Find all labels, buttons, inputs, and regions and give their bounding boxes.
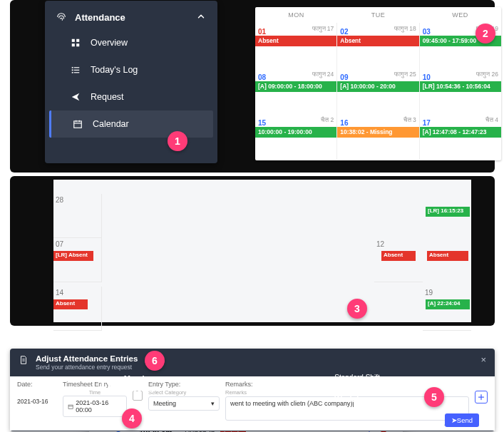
step-badge-1: 1	[168, 131, 187, 151]
date-label: Date:	[17, 381, 57, 388]
calendar-date: 08	[258, 73, 266, 81]
calendar-date: 09	[340, 73, 348, 81]
svg-rect-7	[74, 70, 80, 71]
calendar-subdate: फागुन 26	[476, 71, 498, 78]
calendar-date: 17	[423, 119, 431, 127]
calendar-subdate: फागुन 25	[394, 71, 416, 78]
calendar-input-icon	[68, 403, 73, 410]
panel-step-2: 28 [LR] 16:15:23 07 [LR] Absent 12 Absen…	[10, 176, 495, 326]
step-badge-3: 3	[347, 299, 367, 319]
bg-badge: Absent	[53, 299, 88, 309]
calendar-date: 16	[340, 119, 348, 127]
adjust-title: Adjust Attendance Entries	[36, 354, 138, 363]
chevron-up-icon	[196, 11, 207, 23]
adjust-subtitle: Send your attendance entry request	[36, 364, 138, 371]
bg-badge: Absent	[381, 251, 416, 261]
date-value: 2021-03-16	[17, 396, 57, 406]
sidebar-title: Attendance	[75, 12, 125, 23]
list-icon	[69, 63, 82, 76]
timesheet-time-input[interactable]: 2021-03-16 00:00	[63, 396, 127, 417]
close-icon[interactable]: ×	[480, 354, 486, 365]
svg-rect-8	[72, 72, 73, 73]
step-badge-4: 4	[122, 408, 142, 428]
svg-rect-4	[72, 67, 73, 68]
sidebar-item-todays-log[interactable]: Today's Log	[45, 56, 217, 83]
sidebar: Attendance Overview Today's Log Request	[45, 1, 217, 163]
sidebar-item-label: Request	[91, 92, 124, 102]
bg-badge: [LR] Absent	[53, 251, 93, 261]
calendar-date: 02	[340, 28, 348, 36]
svg-rect-9	[74, 72, 80, 73]
calendar-badge: 10:00:00 - 19:00:00	[255, 127, 336, 138]
calendar-badge: [LR] 10:54:36 - 10:56:04	[420, 81, 501, 92]
bg-cell: 28	[53, 194, 102, 238]
sidebar-item-label: Calendar	[93, 119, 129, 129]
chevron-down-icon: ▾	[211, 400, 215, 407]
calendar-cell[interactable]: 08फागुन 24[A] 09:00:00 - 18:00:00	[255, 68, 337, 114]
modal-shift-info: Standard Shift 10:38:02 - Missing Workda…	[334, 372, 393, 406]
modal-day-number: 16	[98, 374, 117, 394]
modal-month-weekday: MarchTuesday	[124, 374, 155, 394]
calendar-badge: 10:38:02 - Missing	[337, 127, 418, 138]
send-icon	[69, 91, 82, 103]
bg-badge: [LR] 16:15:23	[426, 207, 470, 217]
sidebar-item-label: Overview	[91, 38, 128, 48]
sidebar-item-calendar[interactable]: Calendar	[49, 110, 213, 138]
calendar-badge: [A] 10:00:00 - 20:00	[337, 81, 418, 92]
calendar-cell[interactable]: 16चैत 310:38:02 - Missing	[337, 114, 419, 160]
weekday-wed: WED	[419, 7, 501, 23]
sidebar-item-request[interactable]: Request	[45, 83, 217, 110]
sidebar-item-overview[interactable]: Overview	[45, 29, 217, 56]
calendar-badge: [A] 09:00:00 - 18:00:00	[255, 81, 336, 92]
calendar-cell[interactable]: 02फागुन 18Absent	[337, 23, 419, 68]
bg-badge: [A] 22:24:04	[426, 299, 470, 309]
calendar-icon	[71, 118, 84, 130]
adjust-header: Adjust Attendance Entries Send your atte…	[10, 349, 495, 376]
entry-type-select[interactable]: Meeting ▾	[148, 396, 220, 411]
calendar-date: 10	[423, 73, 431, 81]
sidebar-section-attendance[interactable]: Attendance	[45, 5, 217, 29]
step-badge-2: 2	[475, 24, 495, 43]
calendar-subdate: फागुन 17	[312, 25, 334, 33]
plus-icon	[477, 393, 485, 401]
calendar-date: 15	[258, 119, 266, 127]
calendar-cell[interactable]: 09फागुन 25[A] 10:00:00 - 20:00	[337, 68, 419, 114]
send-button[interactable]: ➤Send	[445, 413, 479, 427]
bg-badge: Absent	[427, 251, 468, 261]
svg-rect-10	[74, 121, 82, 128]
calendar-grid: MON TUE WED 01फागुन 17Absent02फागुन 18Ab…	[255, 7, 501, 160]
calendar-cell[interactable]: 15चैत 210:00:00 - 19:00:00	[255, 114, 337, 160]
calendar-date: 03	[423, 28, 431, 36]
calendar-cell[interactable]: 10फागुन 26[LR] 10:54:36 - 10:56:04	[420, 68, 501, 114]
step-badge-6: 6	[145, 351, 165, 371]
calendar-subdate: चैत 3	[403, 116, 416, 124]
add-entry-button[interactable]	[475, 391, 488, 403]
svg-rect-6	[72, 69, 73, 71]
calendar-badge: [A] 12:47:08 - 12:47:23	[420, 127, 501, 138]
calendar-cell[interactable]: 01फागुन 17Absent	[255, 23, 337, 68]
calendar-subdate: चैत 2	[321, 116, 334, 124]
calendar-cell[interactable]: 17चैत 4[A] 12:47:08 - 12:47:23	[420, 114, 501, 160]
document-icon	[19, 355, 30, 366]
send-arrow-icon: ➤	[451, 416, 457, 424]
weekday-mon: MON	[255, 7, 337, 23]
svg-rect-0	[72, 39, 75, 42]
calendar-subdate: फागुन 24	[312, 71, 334, 78]
svg-rect-5	[74, 67, 80, 68]
calendar-background: 28 [LR] 16:15:23 07 [LR] Absent 12 Absen…	[53, 180, 471, 322]
dashboard-icon	[69, 36, 82, 49]
fingerprint-icon	[55, 11, 68, 24]
svg-rect-14	[68, 405, 73, 408]
svg-rect-3	[76, 43, 79, 46]
calendar-badge: Absent	[255, 36, 336, 46]
step-badge-5: 5	[424, 387, 444, 407]
calendar-subdate: चैत 4	[485, 116, 498, 124]
calendar-badge: Absent	[337, 36, 418, 46]
svg-rect-2	[72, 43, 75, 46]
calendar-weekday-header: MON TUE WED	[255, 7, 501, 23]
calendar-subdate: फागुन 18	[394, 25, 416, 33]
sidebar-item-label: Today's Log	[91, 65, 138, 75]
weekday-tue: TUE	[337, 7, 419, 23]
svg-rect-1	[76, 39, 79, 42]
panel-step-1: Attendance Overview Today's Log Request	[10, 0, 495, 173]
